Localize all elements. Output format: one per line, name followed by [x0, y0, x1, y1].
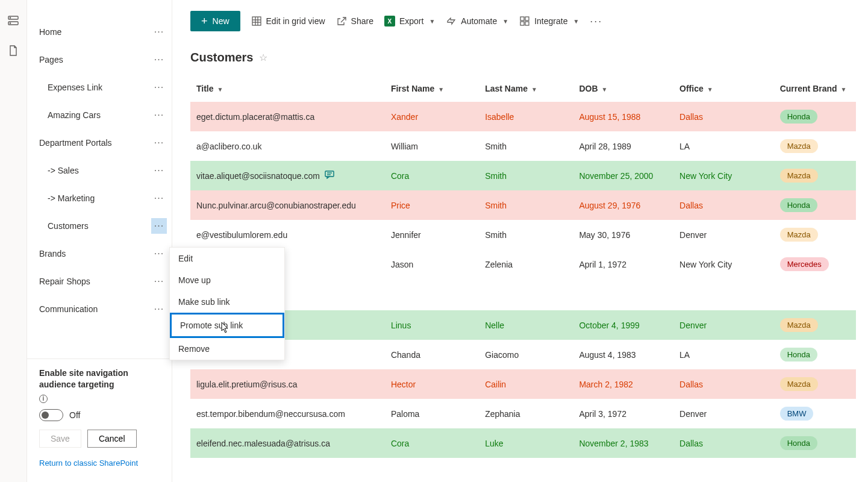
table-row[interactable]: a@aclibero.co.ukWilliamSmithApril 28, 19… [190, 131, 856, 161]
chevron-down-icon: ▼ [573, 18, 579, 25]
table-row[interactable]: Nunc.pulvinar.arcu@conubianostraper.eduP… [190, 190, 856, 220]
cell-first: Chanda [385, 340, 479, 369]
cell-first: Cora [385, 161, 479, 190]
column-header[interactable]: DOB▼ [573, 75, 673, 102]
nav-item[interactable]: Communication··· [27, 295, 172, 323]
cell-first: Linus [385, 310, 479, 340]
column-header[interactable]: Office▼ [673, 75, 774, 102]
cell-dob: April 28, 1989 [573, 131, 673, 161]
audience-targeting-toggle[interactable] [39, 409, 63, 421]
nav-item[interactable]: Department Portals··· [27, 129, 172, 157]
favorite-star-icon[interactable]: ☆ [259, 52, 267, 63]
column-header[interactable]: Title▼ [190, 75, 385, 102]
nav-item[interactable]: Repair Shops··· [27, 268, 172, 295]
comment-icon[interactable] [325, 171, 334, 179]
nav-item-label: Customers [48, 221, 89, 231]
table-row[interactable]: ligula.elit.pretium@risus.caHectorCailin… [190, 369, 856, 399]
nav-item-more-icon[interactable]: ··· [151, 80, 167, 95]
info-icon[interactable]: i [39, 395, 48, 403]
cell-brand: Honda [774, 190, 856, 220]
cell-dob: April 3, 1972 [573, 399, 673, 428]
context-menu-item[interactable]: Move up [170, 269, 284, 291]
cell-first: Jason [385, 249, 479, 279]
nav-item-label: -> Sales [48, 166, 79, 175]
cell-office: LA [673, 340, 774, 369]
export-button[interactable]: X Export ▼ [384, 16, 435, 27]
table-row[interactable]: vitae.aliquet@sociisnatoque.comCoraSmith… [190, 161, 856, 190]
nav-item[interactable]: Home··· [27, 18, 172, 46]
context-menu-item[interactable]: Make sub link [170, 291, 284, 313]
nav-item-more-icon[interactable]: ··· [151, 163, 167, 178]
cell-brand: Honda [774, 340, 856, 369]
nav-item-more-icon[interactable]: ··· [151, 218, 167, 234]
nav-item-label: Brands [39, 249, 66, 258]
table-row[interactable]: Nullam@Etiam.netChandaGiacomoAugust 4, 1… [190, 340, 856, 369]
nav-item-more-icon[interactable]: ··· [151, 190, 167, 206]
cell-brand: Mazda [774, 310, 856, 340]
context-menu-item[interactable]: Remove [170, 338, 284, 360]
share-button[interactable]: Share [336, 16, 373, 27]
brand-pill: Honda [780, 436, 817, 450]
more-actions-button[interactable]: ··· [590, 15, 602, 28]
file-icon[interactable] [7, 45, 19, 57]
excel-icon: X [384, 16, 395, 27]
nav-item-more-icon[interactable]: ··· [151, 274, 167, 289]
nav-item[interactable]: Customers··· [27, 212, 172, 240]
nav-item-more-icon[interactable]: ··· [151, 246, 167, 261]
edit-grid-button[interactable]: Edit in grid view [251, 16, 325, 27]
nav-item[interactable]: Pages··· [27, 46, 172, 74]
new-button[interactable]: + New [190, 11, 240, 31]
nav-item[interactable]: -> Sales··· [27, 157, 172, 184]
cell-last: Smith [479, 220, 573, 249]
cell-dob: October 4, 1999 [573, 310, 673, 340]
table-row[interactable]: est.tempor.bibendum@neccursusa.comPaloma… [190, 399, 856, 428]
cell-dob: August 4, 1983 [573, 340, 673, 369]
nav-item-more-icon[interactable]: ··· [151, 301, 167, 317]
automate-button[interactable]: Automate ▼ [446, 16, 508, 27]
table-row[interactable]: e@vestibulumlorem.eduJenniferSmithMay 30… [190, 220, 856, 249]
audience-targeting-label: Enable site navigation audience targetin… [39, 368, 160, 403]
nav-item-label: Amazing Cars [48, 110, 101, 120]
cell-dob: November 2, 1983 [573, 428, 673, 458]
cell-dob: August 29, 1976 [573, 190, 673, 220]
table-row[interactable]: eget.dictum.placerat@mattis.caXanderIsab… [190, 102, 856, 131]
nav-item[interactable]: -> Marketing··· [27, 184, 172, 212]
table-row[interactable]: on.comJasonZeleniaApril 1, 1972New York … [190, 249, 856, 279]
cell-title: a@aclibero.co.uk [190, 131, 385, 161]
classic-sharepoint-link[interactable]: Return to classic SharePoint [39, 454, 160, 468]
table-row[interactable]: @in.eduLinusNelleOctober 4, 1999DenverMa… [190, 310, 856, 340]
cancel-button[interactable]: Cancel [87, 430, 137, 448]
nav-item[interactable]: Amazing Cars··· [27, 101, 172, 129]
svg-point-2 [10, 17, 10, 18]
nav-item-more-icon[interactable]: ··· [151, 107, 167, 123]
nav-item[interactable]: Expenses Link··· [27, 74, 172, 101]
svg-rect-4 [252, 17, 261, 25]
nav-item-label: Communication [39, 304, 98, 314]
cell-office: Dallas [673, 102, 774, 131]
nav-item-more-icon[interactable]: ··· [151, 135, 167, 151]
column-header[interactable]: Current Brand▼ [774, 75, 856, 102]
svg-rect-9 [520, 17, 524, 20]
nav-item-more-icon[interactable]: ··· [151, 52, 167, 67]
cell-last: Isabelle [479, 102, 573, 131]
nav-item-label: -> Marketing [48, 193, 95, 203]
server-icon[interactable] [7, 14, 19, 27]
nav-settings: Enable site navigation audience targetin… [27, 358, 172, 476]
cell-dob: April 1, 1972 [573, 249, 673, 279]
cell-last: Luke [479, 428, 573, 458]
cell-first: William [385, 131, 479, 161]
table-row[interactable]: eleifend.nec.malesuada@atrisus.caCoraLuk… [190, 428, 856, 458]
cell-title: ligula.elit.pretium@risus.ca [190, 369, 385, 399]
integrate-button[interactable]: Integrate ▼ [519, 16, 579, 27]
nav-item-more-icon[interactable]: ··· [151, 24, 167, 40]
chevron-down-icon: ▼ [217, 86, 223, 93]
column-header[interactable]: Last Name▼ [479, 75, 573, 102]
cell-dob: May 30, 1976 [573, 220, 673, 249]
chevron-down-icon: ▼ [531, 86, 537, 93]
cell-office: Denver [673, 310, 774, 340]
cell-brand: Mazda [774, 161, 856, 190]
brand-pill: Mazda [780, 318, 818, 332]
column-header[interactable]: First Name▼ [385, 75, 479, 102]
context-menu-item[interactable]: Edit [170, 248, 284, 269]
nav-item[interactable]: Brands··· [27, 240, 172, 268]
